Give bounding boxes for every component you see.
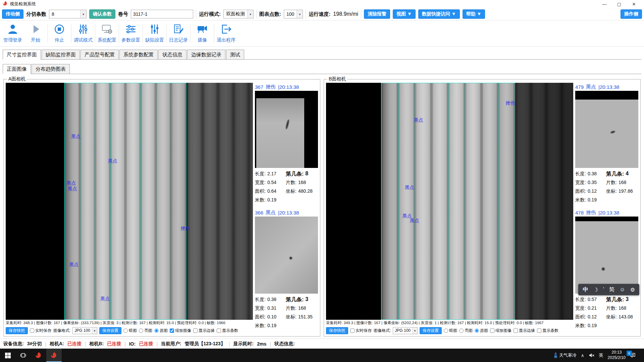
task-view-button[interactable]	[15, 349, 31, 362]
camera-b-status: 已连接	[107, 341, 121, 347]
tab-defect-monitor[interactable]: 缺陷监控界面	[42, 50, 80, 60]
save-settings-button[interactable]: 保存设置	[420, 327, 442, 334]
realtime-save-checkbox[interactable]: 实时保存	[30, 328, 51, 334]
pieces-label: 片数:	[606, 305, 617, 311]
hidden-icons-chevron[interactable]: ∧	[581, 353, 584, 358]
run-mode-select[interactable]: 双面检测 ▾	[223, 10, 254, 18]
original-image-radio[interactable]: 原图	[154, 328, 168, 334]
view-menu-button[interactable]: 视图 ▼	[393, 9, 416, 19]
exit-icon	[220, 24, 232, 36]
tab-edge-data-record[interactable]: 边缘数据记录	[187, 50, 225, 60]
zoom-image-checkbox[interactable]: 缩放图像	[490, 328, 512, 334]
maximize-button[interactable]: ▢	[612, 0, 627, 8]
defect-card[interactable]: 366 黑点 |20:13:38 长度:0.38 第几条:3	[255, 208, 318, 330]
taskbar-app-icon[interactable]	[31, 349, 46, 362]
ime-settings-gear-icon[interactable]: ⚙	[630, 287, 635, 293]
ime-night-mode-moon-icon[interactable]: ☽	[593, 287, 598, 293]
params-settings-button[interactable]: 参数设置	[119, 21, 142, 46]
defect-card[interactable]: 479 黑点 |20:13:38 长度:0.38 第几条:4	[575, 83, 638, 204]
coord-label: 坐标:	[286, 188, 297, 194]
show-edge-checkbox[interactable]: 显示边缘	[514, 328, 535, 334]
defect-annotation: 黑点	[69, 262, 78, 268]
bright-image-radio[interactable]: 亮图	[459, 328, 473, 334]
weather-item[interactable]: 天气寒冷	[553, 352, 577, 358]
tab-product-model-config[interactable]: 产品型号配置	[80, 50, 119, 60]
area-value: 0.12	[588, 188, 597, 194]
chart-points-select[interactable]: 100 ▾	[284, 10, 303, 18]
data-quick-access-menu-button[interactable]: 数据快捷访问 ▼	[418, 9, 460, 19]
realtime-save-input[interactable]	[30, 328, 34, 333]
tab-test[interactable]: 测试	[226, 50, 244, 60]
ime-chinese-mode[interactable]: 中	[583, 286, 588, 293]
ime-simplified-toggle[interactable]: 简	[609, 286, 614, 293]
ime-emoji-icon[interactable]: ☺	[620, 287, 625, 293]
defect-card[interactable]: 478 挫伤 |20:13:38 长度:0.57 第几条:3	[575, 208, 638, 330]
minimize-button[interactable]: —	[597, 0, 612, 8]
action-center-button[interactable]: 6	[630, 353, 636, 358]
show-count-checkbox[interactable]: 显示条数	[537, 328, 558, 334]
meters-value: 0.19	[267, 197, 276, 203]
dark-image-radio[interactable]: 暗图	[123, 328, 137, 334]
coord-label: 坐标:	[606, 188, 617, 194]
roll-number-input[interactable]	[131, 10, 193, 18]
bright-image-radio[interactable]: 亮图	[139, 328, 152, 334]
toolbar-divider	[306, 10, 306, 18]
app-icon	[3, 1, 8, 7]
clock[interactable]: 20:13 2025/2/10	[608, 350, 626, 360]
subtab-trend-chart[interactable]: 分布趋势图表	[32, 64, 70, 74]
zoom-image-checkbox[interactable]: 缩放图像	[170, 328, 191, 334]
original-image-radio[interactable]: 原图	[475, 328, 488, 334]
tab-status-info[interactable]: 状态信息	[158, 50, 186, 60]
help-menu-button[interactable]: 帮助 ▼	[463, 9, 485, 19]
panel-b-title: B面相机	[327, 76, 347, 82]
tab-size-monitor[interactable]: 尺寸监控界面	[3, 50, 41, 60]
exit-program-button[interactable]: 退出程序	[215, 21, 237, 46]
coord-value: 143.08	[619, 314, 633, 320]
confirm-count-button[interactable]: 确认条数	[89, 9, 115, 19]
system-config-button[interactable]: 系统配置	[96, 21, 118, 46]
image-format-select[interactable]: JPG 100 ▾	[72, 327, 97, 334]
capture-button[interactable]: 摄像	[191, 21, 214, 46]
show-edge-checkbox[interactable]: 显示边缘	[193, 328, 215, 334]
realtime-save-checkbox[interactable]: 实时保存	[350, 328, 372, 334]
operate-side-button[interactable]: 操作侧	[621, 9, 642, 19]
stop-button[interactable]: 停止	[48, 21, 71, 46]
volume-button[interactable]	[589, 353, 595, 358]
subtab-front-image[interactable]: 正面图像	[3, 64, 31, 74]
app-icon	[35, 352, 42, 359]
ime-language-indicator[interactable]: 英	[599, 352, 603, 358]
start-button[interactable]	[0, 349, 15, 362]
area-value: 0.12	[588, 314, 597, 320]
start-button[interactable]: 开始	[24, 21, 47, 46]
drive-side-button[interactable]: 传动侧	[2, 9, 23, 19]
admin-login-button[interactable]: 管理登录	[1, 21, 24, 46]
defect-card[interactable]: 367 挫伤 |20:13:38 长度:2.17 第几条:8	[255, 83, 318, 204]
toolbar-divider	[214, 24, 214, 43]
defect-annotation: 黑点	[100, 296, 110, 302]
camera-view-a[interactable]: 黑点 黑点 黑点 黑点 挫伤 黑点 黑点	[6, 83, 253, 320]
save-settings-button[interactable]: 保存设置	[99, 327, 121, 334]
defect-stats: 长度:0.38 第几条:4 宽度:0.35 片数:168 面积:0.12 坐标:…	[575, 168, 638, 204]
camera-view-b[interactable]: 挫伤 黑点 黑点 黑点 黑点	[326, 83, 573, 320]
meters-label: 米数:	[575, 197, 586, 203]
split-count-select[interactable]: 8 ▾	[49, 10, 87, 18]
ime-punctuation-toggle[interactable]: ’	[603, 287, 604, 293]
save-snapshot-button[interactable]: 保存快照	[6, 327, 28, 334]
status-bar: 设备信息: 3#分切 | 相机A: 已连接 | 相机B: 已连接 | IO: 已…	[0, 339, 644, 349]
close-button[interactable]: ✕	[627, 0, 641, 8]
debug-mode-button[interactable]: 调试模式	[72, 21, 95, 46]
tab-system-params-config[interactable]: 系统参数配置	[119, 50, 158, 60]
width-label: 宽度:	[575, 180, 586, 186]
log-record-button[interactable]: 日志记录	[167, 21, 190, 46]
dark-image-radio[interactable]: 暗图	[444, 328, 457, 334]
show-count-checkbox[interactable]: 显示条数	[217, 328, 238, 334]
taskbar-app-icon-active[interactable]	[46, 349, 62, 362]
coord-label: 坐标:	[606, 314, 617, 320]
clear-alarm-button[interactable]: 清除报警	[364, 9, 390, 19]
save-snapshot-button[interactable]: 保存快照	[326, 327, 348, 334]
pieces-label: 片数:	[286, 305, 297, 311]
defect-settings-button[interactable]: 缺陷设置	[143, 21, 166, 46]
image-format-select[interactable]: JPG 100 ▾	[393, 327, 418, 334]
defect-id: 478	[575, 210, 584, 216]
length-value: 0.57	[588, 297, 597, 303]
